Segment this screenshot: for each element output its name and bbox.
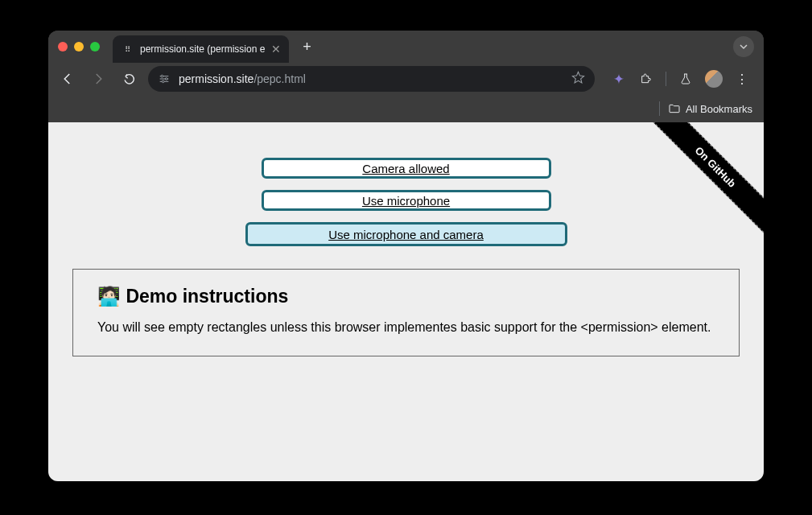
browser-window: ⠿ permission.site (permission e ✕ + perm… (48, 31, 764, 481)
new-tab-button[interactable]: + (295, 35, 318, 58)
svg-point-0 (161, 75, 163, 77)
instructions-heading: 🧑🏻‍💻 Demo instructions (97, 286, 715, 307)
tune-icon (158, 72, 171, 85)
svg-point-2 (162, 80, 164, 83)
svg-point-1 (165, 78, 167, 80)
minimize-window-button[interactable] (74, 42, 84, 52)
close-window-button[interactable] (58, 42, 68, 52)
profile-avatar[interactable] (705, 70, 723, 88)
url-path: /pepc.html (253, 72, 306, 85)
back-button[interactable] (56, 68, 79, 90)
url-text: permission.site/pepc.html (179, 72, 563, 85)
titlebar: ⠿ permission.site (permission e ✕ + (48, 31, 764, 63)
close-tab-button[interactable]: ✕ (271, 43, 281, 55)
folder-icon (668, 102, 681, 115)
chrome-menu-button[interactable]: ⋮ (734, 72, 750, 87)
instructions-panel: 🧑🏻‍💻 Demo instructions You will see empt… (72, 269, 740, 356)
toolbar: permission.site/pepc.html ⋮ (48, 63, 764, 95)
bookmarks-bar: All Bookmarks (48, 95, 764, 122)
reload-button[interactable] (117, 68, 140, 90)
sparkle-icon (612, 72, 625, 85)
chevron-down-icon (740, 43, 748, 51)
mic-and-camera-permission-button[interactable]: Use microphone and camera (245, 222, 567, 246)
gemini-button[interactable] (611, 71, 627, 87)
bookmark-star-button[interactable] (571, 71, 585, 88)
forward-button[interactable] (87, 68, 109, 90)
instructions-body: You will see empty rectangles unless thi… (97, 319, 715, 336)
page-content: Camera allowed Use microphone Use microp… (48, 122, 764, 481)
url-domain: permission.site (179, 72, 253, 85)
camera-permission-button[interactable]: Camera allowed (262, 158, 551, 179)
site-info-button[interactable] (158, 72, 171, 85)
all-bookmarks-label: All Bookmarks (686, 103, 752, 115)
flask-icon (679, 72, 692, 85)
toolbar-divider (666, 72, 666, 86)
permission-buttons-group: Camera allowed Use microphone Use microp… (48, 122, 764, 246)
bookmarks-divider (659, 101, 660, 116)
maximize-window-button[interactable] (90, 42, 100, 52)
microphone-permission-button[interactable]: Use microphone (262, 190, 551, 211)
labs-button[interactable] (678, 71, 694, 87)
browser-tab[interactable]: ⠿ permission.site (permission e ✕ (113, 35, 289, 63)
star-icon (571, 71, 585, 84)
arrow-left-icon (60, 72, 75, 86)
extensions-button[interactable] (638, 71, 654, 87)
tab-favicon-icon: ⠿ (121, 43, 134, 56)
toolbar-actions: ⋮ (611, 70, 750, 88)
reload-icon (122, 72, 136, 86)
window-controls (58, 42, 100, 52)
puzzle-icon (640, 72, 653, 85)
tab-title: permission.site (permission e (140, 43, 265, 55)
arrow-right-icon (91, 72, 105, 86)
all-bookmarks-button[interactable]: All Bookmarks (668, 102, 752, 115)
tab-search-button[interactable] (733, 36, 754, 57)
address-bar[interactable]: permission.site/pepc.html (148, 66, 595, 92)
